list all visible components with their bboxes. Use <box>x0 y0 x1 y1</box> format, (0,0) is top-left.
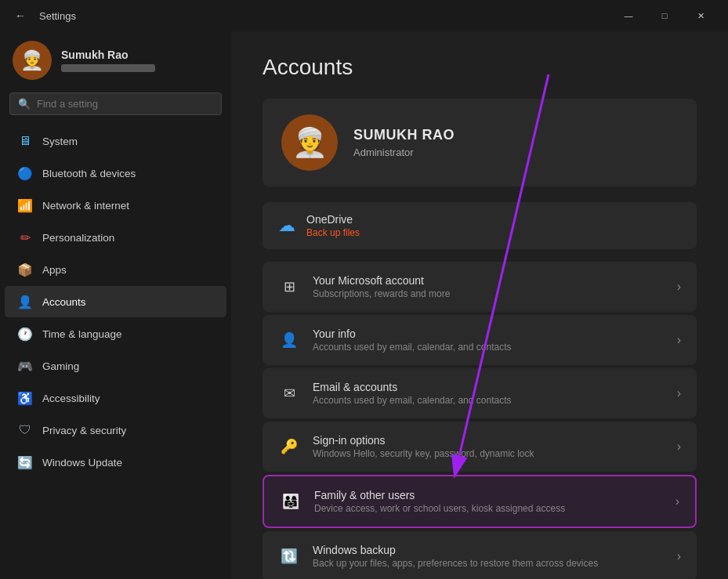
system-icon: 🖥 <box>17 133 33 149</box>
bluetooth-icon: 🔵 <box>17 165 33 181</box>
signin-options-icon: 🔑 <box>278 436 300 458</box>
settings-row-microsoft-account[interactable]: ⊞ Your Microsoft account Subscriptions, … <box>263 262 697 312</box>
chevron-right-icon: › <box>677 440 681 454</box>
search-input[interactable] <box>37 98 213 110</box>
email-accounts-subtitle: Accounts used by email, calendar, and co… <box>313 395 665 406</box>
microsoft-account-subtitle: Subscriptions, rewards and more <box>313 288 665 299</box>
sidebar-item-label: Privacy & security <box>42 425 126 436</box>
sidebar-user-profile[interactable]: 👳 Sumukh Rao <box>0 31 231 92</box>
onedrive-card[interactable]: ☁ OneDrive Back up files <box>263 202 697 249</box>
app-title: Settings <box>39 10 76 22</box>
settings-row-family-users[interactable]: 👨‍👩‍👧 Family & other users Device access… <box>263 475 697 528</box>
close-button[interactable]: ✕ <box>683 3 719 28</box>
family-users-icon: 👨‍👩‍👧 <box>280 490 302 512</box>
profile-name: SUMUKH RAO <box>353 127 455 143</box>
onedrive-info: OneDrive Back up files <box>306 213 360 238</box>
windows-backup-subtitle: Back up your files, apps, preferences to… <box>313 558 665 569</box>
network-icon: 📶 <box>17 197 33 213</box>
your-info-subtitle: Accounts used by email, calendar, and co… <box>313 342 665 353</box>
main-content: Accounts 👳 SUMUKH RAO Administrator ☁ On… <box>231 31 728 579</box>
sidebar-item-label: System <box>42 136 78 147</box>
microsoft-account-icon: ⊞ <box>278 276 300 298</box>
user-name: Sumukh Rao <box>61 49 219 61</box>
chevron-right-icon: › <box>675 494 679 508</box>
update-icon: 🔄 <box>17 454 33 470</box>
settings-rows: ⊞ Your Microsoft account Subscriptions, … <box>263 262 697 579</box>
settings-row-email-accounts[interactable]: ✉ Email & accounts Accounts used by emai… <box>263 368 697 418</box>
chevron-right-icon: › <box>677 280 681 294</box>
profile-avatar: 👳 <box>281 114 338 171</box>
personalization-icon: ✏ <box>17 230 33 245</box>
window-controls: — □ ✕ <box>610 3 719 28</box>
sidebar-item-accessibility[interactable]: ♿ Accessibility <box>5 382 226 414</box>
email-accounts-icon: ✉ <box>278 382 300 404</box>
settings-row-signin-options[interactable]: 🔑 Sign-in options Windows Hello, securit… <box>263 422 697 472</box>
sidebar-item-system[interactable]: 🖥 System <box>5 125 226 157</box>
family-users-title: Family & other users <box>314 489 663 501</box>
onedrive-icon: ☁ <box>278 215 295 236</box>
signin-options-subtitle: Windows Hello, security key, password, d… <box>313 448 665 459</box>
sidebar-item-label: Accessibility <box>42 393 100 404</box>
nav-list: 🖥 System 🔵 Bluetooth & devices 📶 Network… <box>0 125 231 479</box>
chevron-right-icon: › <box>677 386 681 400</box>
user-info: Sumukh Rao <box>61 49 219 72</box>
microsoft-account-title: Your Microsoft account <box>313 274 665 287</box>
gaming-icon: 🎮 <box>17 358 33 374</box>
family-users-subtitle: Device access, work or school users, kio… <box>314 503 663 514</box>
apps-icon: 📦 <box>17 262 33 277</box>
profile-card: 👳 SUMUKH RAO Administrator <box>263 99 697 186</box>
onedrive-subtitle: Back up files <box>306 227 360 238</box>
accessibility-icon: ♿ <box>17 390 33 406</box>
sidebar-item-accounts[interactable]: 👤 Accounts <box>5 286 226 317</box>
sidebar-item-label: Accounts <box>42 296 86 308</box>
sidebar-item-label: Windows Update <box>42 457 122 469</box>
sidebar-item-label: Bluetooth & devices <box>42 168 136 179</box>
settings-row-your-info[interactable]: 👤 Your info Accounts used by email, cale… <box>263 315 697 365</box>
sidebar-item-bluetooth[interactable]: 🔵 Bluetooth & devices <box>5 157 226 189</box>
sidebar: 👳 Sumukh Rao 🔍 🖥 System 🔵 Bluetooth & de… <box>0 31 231 579</box>
sidebar-item-label: Gaming <box>42 360 79 372</box>
accounts-icon: 👤 <box>17 294 33 309</box>
user-account-bar <box>61 64 155 72</box>
search-container: 🔍 <box>0 92 231 125</box>
back-button[interactable]: ← <box>9 5 31 27</box>
chevron-right-icon: › <box>677 333 681 347</box>
sidebar-item-network[interactable]: 📶 Network & internet <box>5 190 226 221</box>
settings-row-windows-backup[interactable]: 🔃 Windows backup Back up your files, app… <box>263 531 697 579</box>
sidebar-item-gaming[interactable]: 🎮 Gaming <box>5 350 226 382</box>
avatar: 👳 <box>13 41 52 80</box>
sidebar-item-personalization[interactable]: ✏ Personalization <box>5 222 226 253</box>
profile-info: SUMUKH RAO Administrator <box>353 127 455 158</box>
windows-backup-icon: 🔃 <box>278 545 300 567</box>
signin-options-title: Sign-in options <box>313 434 665 447</box>
onedrive-title: OneDrive <box>306 213 360 226</box>
sidebar-item-label: Network & internet <box>42 200 129 212</box>
minimize-button[interactable]: — <box>610 3 647 28</box>
chevron-right-icon: › <box>677 549 681 563</box>
your-info-title: Your info <box>313 327 665 340</box>
email-accounts-title: Email & accounts <box>313 381 665 393</box>
sidebar-item-label: Personalization <box>42 232 114 244</box>
search-icon: 🔍 <box>18 98 31 110</box>
sidebar-item-privacy[interactable]: 🛡 Privacy & security <box>5 414 226 446</box>
sidebar-item-label: Apps <box>42 264 67 276</box>
profile-role: Administrator <box>353 147 455 158</box>
page-title: Accounts <box>263 55 697 80</box>
title-bar: ← Settings — □ ✕ <box>0 0 728 31</box>
sidebar-item-time[interactable]: 🕐 Time & language <box>5 318 226 349</box>
time-icon: 🕐 <box>17 326 33 342</box>
windows-backup-title: Windows backup <box>313 544 665 556</box>
privacy-icon: 🛡 <box>17 422 33 438</box>
sidebar-item-update[interactable]: 🔄 Windows Update <box>5 447 226 478</box>
your-info-icon: 👤 <box>278 329 300 351</box>
maximize-button[interactable]: □ <box>647 3 683 28</box>
sidebar-item-apps[interactable]: 📦 Apps <box>5 254 226 285</box>
sidebar-item-label: Time & language <box>42 328 122 340</box>
